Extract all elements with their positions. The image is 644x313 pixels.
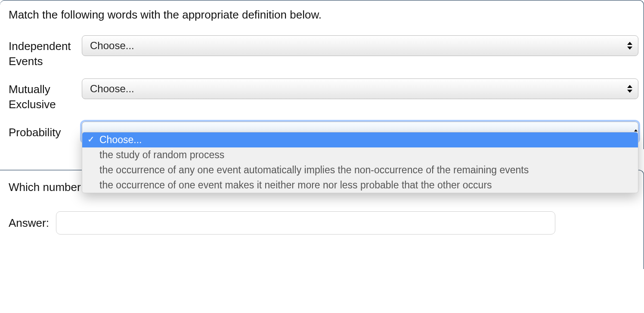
match-row-independent-events: Independent Events Choose...: [9, 35, 638, 69]
option-random-process[interactable]: the study of random process: [82, 147, 638, 163]
term-mutually-exclusive: Mutually Exclusive: [9, 78, 82, 112]
question-panel-1: Match the following words with the appro…: [0, 0, 644, 149]
answer-row: Answer:: [9, 211, 635, 235]
option-non-occurrence[interactable]: the occurrence of any one event automati…: [82, 163, 638, 178]
select-value: Choose...: [90, 83, 134, 95]
stepper-arrows-icon: [626, 38, 634, 53]
select-independent-events[interactable]: Choose...: [82, 35, 638, 56]
stepper-arrows-icon: [626, 81, 634, 96]
match-row-probability: Probability Choose... Choose... the stud…: [9, 122, 638, 142]
dropdown-probability: Choose... the study of random process th…: [82, 132, 638, 193]
term-independent-events: Independent Events: [9, 35, 82, 69]
select-mutually-exclusive[interactable]: Choose...: [82, 78, 638, 99]
select-value: Choose...: [90, 40, 134, 52]
option-neither-more-nor-less[interactable]: the occurrence of one event makes it nei…: [82, 178, 638, 193]
answer-label: Answer:: [9, 216, 49, 230]
option-choose[interactable]: Choose...: [82, 132, 638, 147]
question-1-prompt: Match the following words with the appro…: [9, 8, 638, 22]
answer-input[interactable]: [56, 211, 555, 235]
match-row-mutually-exclusive: Mutually Exclusive Choose...: [9, 78, 638, 112]
term-probability: Probability: [9, 122, 82, 140]
